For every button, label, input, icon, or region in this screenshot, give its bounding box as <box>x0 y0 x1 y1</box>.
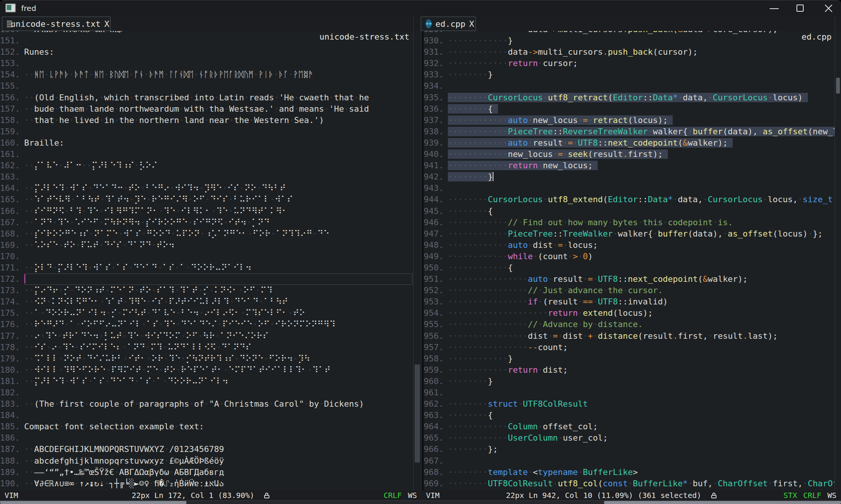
left-vertical-scrollbar[interactable] <box>413 17 421 490</box>
code-line[interactable]: 943. <box>424 183 835 194</box>
code-line[interactable]: 153. <box>0 58 413 69</box>
code-line[interactable]: 957.················--count; <box>424 342 835 353</box>
code-line[interactable]: 185.Compact·font·selection·example·text: <box>0 421 413 432</box>
code-line[interactable]: 968.········template·<typename·BufferLik… <box>424 467 835 478</box>
code-line[interactable]: 969.········UTF8ColResult·utf8_col(const… <box>424 478 835 489</box>
code-line[interactable]: 941.············return·new_locus; <box>424 160 835 171</box>
code-line[interactable]: 931.············data->multi_cursors.push… <box>424 46 835 58</box>
left-vscroll-thumb[interactable] <box>415 364 420 463</box>
code-line[interactable]: 179.··⠩⠁⠇⠇·⠝⠕⠞·⠙⠊⠌⠥⠗⠃·⠊⠞⠂·⠕⠗·⠹⠑·⡊⠳⠝⠞⠗⠹⠰⠎… <box>0 353 413 364</box>
code-line[interactable]: 961. <box>424 387 835 398</box>
code-line[interactable]: 955.················//·Advance·by·distan… <box>424 319 835 330</box>
tab-close-icon[interactable]: X <box>469 19 474 29</box>
code-line[interactable]: 182. <box>0 387 413 398</box>
code-line[interactable]: 960.········} <box>424 376 835 387</box>
code-line[interactable]: 942.········} <box>424 171 835 183</box>
code-line[interactable]: 938.············PieceTree::ReverseTreeWa… <box>424 126 835 137</box>
right-editor-content[interactable]: 929.················data->multi_cursors.… <box>424 31 835 490</box>
close-button[interactable] <box>819 0 837 17</box>
code-line[interactable]: 959.············return·dist; <box>424 364 835 376</box>
code-line[interactable]: 945.········{ <box>424 206 835 217</box>
code-line[interactable]: 958.············} <box>424 353 835 364</box>
code-line[interactable]: 963.········{ <box>424 410 835 421</box>
code-line[interactable]: 161. <box>0 149 413 160</box>
tab-unicode-stress[interactable]: unicode-stress.txt X <box>2 17 111 31</box>
code-line[interactable]: 948.············auto·dist·=·locus; <box>424 240 835 251</box>
code-line[interactable]: 188.··abcdefghijklmnopqrstuvwxyz·£©µÀÆÖÞ… <box>0 455 413 467</box>
left-horizontal-scrollbar[interactable] <box>0 500 421 504</box>
code-line[interactable]: 951.················auto·result·=·UTF8::… <box>424 274 835 285</box>
left-editor-content[interactable]: 150.··እግርህን·በፍራሽህ·ልክ·ዘርጋ።151.152.Runes:1… <box>0 31 413 490</box>
code-line[interactable]: 189.··–—‘“”„†•…‰™œŠŸž€·ΑΒΓΔΩαβγδω·АБВГДа… <box>0 467 413 478</box>
code-line[interactable]: 940.············new_locus·=·seek(result.… <box>424 149 835 160</box>
code-line[interactable]: 934. <box>424 80 835 92</box>
code-line[interactable]: 937.············auto·new_locus·=·retract… <box>424 115 835 126</box>
code-line[interactable]: 180.··⠺⠊⠇⠇·⠹⠻⠑⠋⠕⠗⠑·⠏⠻⠍⠊⠞·⠍⠑·⠞⠕·⠗⠑⠏⠑⠁⠞⠂·⠑… <box>0 364 413 376</box>
code-line[interactable]: 954.····················return·extend(lo… <box>424 307 835 319</box>
code-line[interactable]: 175.··⠁·⠙⠕⠕⠗⠤⠝⠁⠊⠇⠲·⡊·⠍⠊⠣⠞·⠙⠁⠧⠑·⠃⠑⠲·⠔⠊⠇⠔⠫… <box>0 307 413 319</box>
code-line[interactable]: 190.··∀∂∈ℝ∧∪≡∞·↑↗↨↻⇣·┐┼╔╘░►☺♀·ﬁ�⑀₂ἠḂӥẄɐː… <box>0 478 413 489</box>
code-line[interactable]: 172. <box>0 274 413 285</box>
code-line[interactable]: 174.··⠪⠝·⠅⠝⠪⠇⠫⠛⠑⠂·⠱⠁⠞·⠹⠻⠑·⠊⠎·⠏⠜⠞⠊⠊⠥⠇⠜⠇⠹·… <box>0 296 413 307</box>
code-line[interactable]: 183.··(The·first·couple·of·paragraphs·of… <box>0 398 413 410</box>
code-line[interactable]: 935.········CursorLocus·utf8_retract(Edi… <box>424 92 835 103</box>
code-line[interactable]: 949.············while·(count·>·0) <box>424 251 835 262</box>
code-line[interactable]: 163. <box>0 171 413 183</box>
code-line[interactable]: 171.··⡕⠇⠙·⡍⠜⠇⠑⠹·⠺⠁⠎·⠁⠎·⠙⠑⠁⠙·⠁⠎·⠁·⠙⠕⠕⠗⠤⠝⠁… <box>0 262 413 274</box>
code-line[interactable]: 168.··⡎⠊⠗⠕⠕⠛⠑⠰⠎·⠝⠁⠍⠑·⠺⠁⠎·⠛⠕⠕⠙·⠥⠏⠕⠝·⠰⡡⠁⠝⠛… <box>0 228 413 240</box>
code-line[interactable]: 177.··⠔·⠹⠑·⠞⠗⠁⠙⠑⠲·⡃⠥⠞·⠹⠑·⠺⠊⠎⠙⠕⠍·⠕⠋·⠳⠗·⠁⠝… <box>0 330 413 342</box>
tab-ed-cpp[interactable]: ++ ed.cpp X <box>421 17 476 31</box>
code-line[interactable]: 176.··⠗⠑⠛⠜⠙·⠁·⠊⠕⠋⠋⠔⠤⠝⠁⠊⠇·⠁⠎·⠹⠑·⠙⠑⠁⠙⠑⠌·⠏⠊… <box>0 319 413 330</box>
code-line[interactable]: 930.············} <box>424 35 835 46</box>
code-line[interactable]: 154.··ᚻᛖ·ᚳᚹᚫᚦ·ᚦᚫᛏ·ᚻᛖ·ᛒᚢᛞᛖ·ᚩᚾ·ᚦᚫᛗ·ᛚᚪᚾᛞᛖ·ᚾ… <box>0 69 413 80</box>
code-line[interactable]: 946.············//·Find·out·how·many·byt… <box>424 217 835 228</box>
code-line[interactable]: 966.········}; <box>424 444 835 455</box>
code-line[interactable]: 952.················//·Just·advance·the·… <box>424 285 835 296</box>
code-line[interactable]: 953.················if·(result·==·UTF8::… <box>424 296 835 307</box>
code-line[interactable]: 967. <box>424 455 835 467</box>
code-line[interactable]: 164.··⡍⠜⠇⠑⠹·⠺⠁⠎·⠙⠑⠁⠙⠒·⠞⠕·⠃⠑⠛⠔·⠺⠊⠹⠲·⡹⠻⠑·⠊… <box>0 183 413 194</box>
code-line[interactable]: 170. <box>0 251 413 262</box>
code-line[interactable]: 157.··bude·thaem·lande·northweardum·with… <box>0 103 413 115</box>
tab-close-icon[interactable]: X <box>104 19 109 29</box>
code-line[interactable]: 962.········struct·UTF8ColResult <box>424 398 835 410</box>
code-line[interactable]: 181.··⡍⠜⠇⠑⠹·⠺⠁⠎·⠁⠎·⠙⠑⠁⠙·⠁⠎·⠁·⠙⠕⠕⠗⠤⠝⠁⠊⠇⠲ <box>0 376 413 387</box>
code-line[interactable]: 167.··⠁⠝⠙·⠹⠑·⠡⠊⠑⠋·⠍⠳⠗⠝⠻⠲·⡎⠊⠗⠕⠕⠛⠑·⠎⠊⠛⠝⠫·⠊… <box>0 217 413 228</box>
code-line[interactable]: 939.············auto·result·=·UTF8::next… <box>424 137 835 149</box>
code-line[interactable]: 936.········{ <box>424 103 835 115</box>
code-line[interactable]: 929.················data->multi_cursors.… <box>424 31 835 35</box>
pane-divider[interactable] <box>421 17 424 490</box>
code-line[interactable]: 944.········CursorLocus·utf8_extend(Edit… <box>424 194 835 205</box>
code-line[interactable]: 933.········} <box>424 69 835 80</box>
code-line[interactable]: 947.············PieceTree::TreeWalker·wa… <box>424 228 835 240</box>
code-line[interactable]: 169.··⠡⠕⠎⠑·⠞⠕·⠏⠥⠞·⠙⠊⠎·⠙⠁⠝⠙·⠞⠕⠲ <box>0 240 413 251</box>
code-line[interactable]: 964.············Column·offset_col; <box>424 421 835 432</box>
code-line[interactable]: 165.··⠱⠁⠞⠑⠧⠻·⠁⠃⠳⠞·⠹⠁⠞⠲·⡹⠑·⠗⠑⠛⠊⠌⠻·⠕⠋·⠙⠊⠎·… <box>0 194 413 205</box>
code-line[interactable]: 184. <box>0 410 413 421</box>
code-line[interactable]: 159. <box>0 126 413 137</box>
code-line[interactable]: 166.··⠎⠊⠛⠝⠫·⠃⠹·⠹⠑·⠊⠇⠻⠛⠹⠍⠁⠝⠂·⠹⠑·⠊⠇⠻⠅⠂·⠹⠑·… <box>0 206 413 217</box>
code-line[interactable]: 173.··⡍⠔⠙⠖·⡊·⠙⠕⠝⠰⠞·⠍⠑⠁⠝·⠞⠕·⠎⠁⠹·⠹⠁⠞·⡊·⠅⠝⠪… <box>0 285 413 296</box>
code-line[interactable]: 155. <box>0 80 413 92</box>
code-line[interactable]: 156.··(Old·English,·which·transcribed·in… <box>0 92 413 103</box>
right-horizontal-scrollbar[interactable] <box>421 500 841 504</box>
code-line[interactable]: 956.················dist·=·dist·+·distan… <box>424 330 835 342</box>
left-editor-pane[interactable]: unicode-stress.txt 150.··እግርህን·በፍራሽህ·ልክ·… <box>0 17 413 490</box>
code-line[interactable]: 965.············UserColumn·user_col; <box>424 432 835 444</box>
code-line[interactable]: 162.··⡌⠁⠧⠑·⠼⠁⠒··⡍⠜⠇⠑⠹⠰⠎·⡣⠕⠌ <box>0 160 413 171</box>
right-vertical-scrollbar[interactable] <box>835 17 841 490</box>
code-line[interactable]: 932.············return·cursor; <box>424 58 835 69</box>
code-line[interactable]: 187.··ABCDEFGHIJKLMNOPQRSTUVWXYZ·/012345… <box>0 444 413 455</box>
code-line[interactable]: 950.············{ <box>424 262 835 274</box>
code-line[interactable]: 186. <box>0 432 413 444</box>
right-hscroll-thumb[interactable] <box>604 501 841 504</box>
maximize-button[interactable] <box>792 0 809 17</box>
right-vscroll-thumb[interactable] <box>836 78 840 94</box>
code-line[interactable]: 178.··⠊⠎·⠔·⠹⠑·⠎⠊⠍⠊⠇⠑⠆·⠁⠝⠙·⠍⠹·⠥⠝⠙⠁⠇⠇⠪⠫·⠙⠁… <box>0 342 413 353</box>
code-line[interactable]: 152.Runes: <box>0 46 413 58</box>
right-editor-pane[interactable]: ed.cpp 929.················data->multi_c… <box>424 17 835 490</box>
left-hscroll-thumb[interactable] <box>0 501 186 504</box>
minimize-button[interactable] <box>766 0 783 17</box>
code-line[interactable]: 160.Braille: <box>0 137 413 149</box>
code-line[interactable]: 158.··that·he·lived·in·the·northern·land… <box>0 115 413 126</box>
